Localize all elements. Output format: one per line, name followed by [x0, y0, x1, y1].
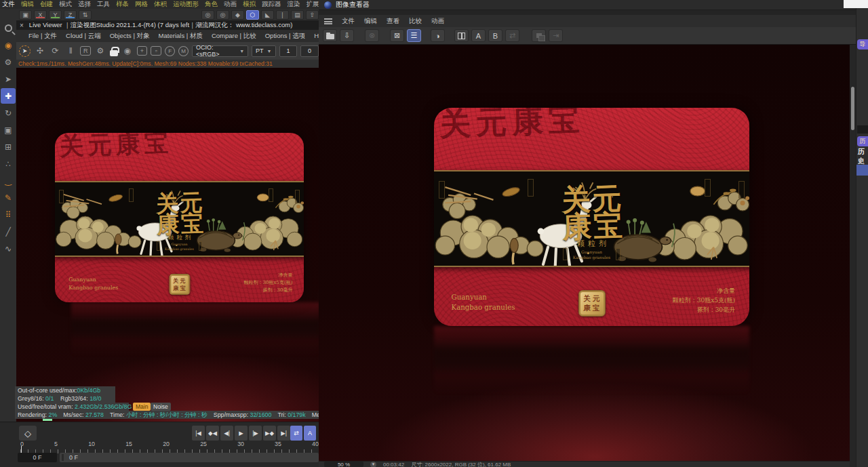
settings-gear-icon[interactable]: ⚙ — [94, 45, 106, 57]
upload-icon[interactable]: ⇧ — [306, 10, 319, 20]
menu-file[interactable]: 文件 — [2, 0, 15, 9]
history-selected-row[interactable] — [856, 165, 868, 176]
live-select-icon[interactable]: ◉ — [1, 37, 16, 53]
tab-navigation[interactable]: 导 — [857, 39, 868, 49]
restart-render-icon[interactable]: ⟳ — [50, 45, 62, 57]
scale-tool-icon[interactable]: ▣ — [1, 122, 16, 138]
save-image-icon[interactable]: ⇩ — [340, 29, 354, 42]
menu-create[interactable]: 创建 — [40, 0, 53, 9]
field-icon[interactable]: ▤ — [291, 10, 304, 20]
lock-resolution-icon[interactable] — [110, 50, 118, 56]
menu-character[interactable]: 角色 — [205, 0, 218, 9]
iv-menu-file[interactable]: 文件 — [342, 17, 355, 26]
noise-pass-button[interactable]: Noise — [151, 403, 171, 411]
cluster-tool-icon[interactable]: ∴ — [1, 156, 16, 171]
move-tool-icon[interactable]: ✚ — [1, 88, 16, 104]
lv-menu-materials[interactable]: Materials | 材质 — [159, 32, 203, 41]
image-viewer-titlebar[interactable]: 图像查看器 — [319, 0, 856, 10]
kernel-dropdown[interactable]: PT ▼ — [252, 45, 275, 57]
axis-x-lock-button[interactable]: X — [34, 10, 47, 20]
use-gpu-icon[interactable]: ☰ — [407, 29, 421, 42]
main-pass-button[interactable]: Main — [133, 403, 151, 411]
region-focus-icon[interactable]: ◉ — [121, 45, 134, 57]
iv-menu-compare[interactable]: 比较 — [409, 17, 422, 26]
autokey-button[interactable]: A — [304, 426, 316, 441]
menu-simulate[interactable]: 模拟 — [243, 0, 256, 9]
timeline-ruler[interactable]: 0 5 10 15 20 25 30 35 40 — [20, 441, 319, 447]
zoom-level-field[interactable]: 50 % — [324, 462, 363, 467]
axis-y-lock-button[interactable]: Y — [49, 10, 62, 20]
aperture-icon[interactable]: ✣ — [34, 45, 46, 57]
coord-lock-icon[interactable]: ⇅ — [79, 10, 92, 20]
menu-extensions[interactable]: 扩展 — [307, 0, 319, 9]
knife-tool-icon[interactable]: ╱ — [1, 224, 16, 239]
menu-mesh[interactable]: 网格 — [135, 0, 148, 9]
current-frame-field[interactable]: 0 F — [18, 453, 57, 462]
next-key-button[interactable]: ▶◆ — [263, 426, 276, 441]
pause-render-icon[interactable]: ‖ — [64, 45, 77, 57]
ab-compare-icon[interactable] — [454, 29, 469, 42]
menu-animate[interactable]: 动画 — [224, 0, 237, 9]
sketch-tool-icon[interactable]: ∿ — [1, 241, 16, 256]
keyframe-diamond-icon[interactable]: ◇ — [19, 426, 37, 441]
axis-z-lock-button[interactable]: Z — [64, 10, 77, 20]
render-view-icon[interactable]: ◎ — [201, 10, 214, 20]
set-b-button[interactable]: B — [488, 29, 502, 42]
cube-dark-icon[interactable]: ◆ — [231, 10, 244, 20]
play-button[interactable]: ▶ — [235, 426, 248, 441]
open-file-icon[interactable] — [323, 29, 337, 42]
add-region-icon[interactable]: + — [137, 46, 148, 56]
filter-contrast-icon[interactable]: ◑ — [431, 29, 445, 42]
menu-edit[interactable]: 编辑 — [21, 0, 34, 9]
live-viewer-titlebar[interactable]: × Live Viewer ｜渲染视图Studio 2021.1.4-(R4) … — [16, 20, 319, 30]
iv-menu-animation[interactable]: 动画 — [431, 17, 444, 26]
prev-key-button[interactable]: ◆◀ — [206, 426, 219, 441]
lv-menu-file[interactable]: File | 文件 — [28, 32, 57, 41]
gear-icon[interactable]: ⚙ — [1, 54, 16, 70]
lv-menu-options[interactable]: Options | 选项 — [265, 32, 306, 41]
tab-history[interactable]: 历 — [857, 136, 868, 146]
spline-smooth-icon[interactable]: ‿ — [1, 173, 16, 188]
menu-spline[interactable]: 样条 — [116, 0, 129, 9]
iv-menu-view[interactable]: 查看 — [387, 17, 399, 26]
menu-mode[interactable]: 模式 — [59, 0, 72, 9]
lv-menu-cloud[interactable]: Cloud | 云端 — [66, 32, 101, 41]
cube-primitive-icon[interactable]: ⬡ — [246, 10, 259, 20]
menu-mograph[interactable]: 运动图形 — [173, 0, 199, 9]
scrollbar-handle[interactable] — [851, 87, 854, 130]
close-icon[interactable]: × — [20, 22, 24, 29]
menu-render[interactable]: 渲染 — [288, 0, 300, 9]
zoom-dropdown-icon[interactable]: ▼ — [370, 462, 376, 467]
film-settings-icon[interactable]: F — [165, 46, 175, 56]
next-frame-button[interactable]: |▶ — [249, 426, 262, 441]
ocio-dropdown[interactable]: OCIO:<sRGB> ▼ — [192, 45, 248, 57]
spline-pen-icon[interactable]: ✎ — [1, 190, 16, 205]
goto-start-button[interactable]: |◀ — [192, 426, 205, 441]
menu-volume[interactable]: 体积 — [154, 0, 167, 9]
menu-tracker[interactable]: 跟踪器 — [262, 0, 281, 9]
material-picker-icon[interactable]: M — [178, 46, 189, 56]
set-a-button[interactable]: A — [471, 29, 486, 42]
menu-tools[interactable]: 工具 — [97, 0, 110, 9]
prev-frame-button[interactable]: ◀| — [220, 426, 233, 441]
film-region-icon[interactable]: ▫ — [151, 46, 161, 56]
reset-icon[interactable]: R — [80, 46, 91, 56]
menu-select[interactable]: 选择 — [78, 0, 91, 9]
workplane-icon[interactable]: ▣ — [19, 10, 32, 20]
lv-menu-objects[interactable]: Objects | 对象 — [110, 32, 150, 41]
select-arrow-icon[interactable]: ➤ — [1, 71, 16, 87]
iv-menu-edit[interactable]: 编辑 — [364, 17, 377, 26]
samples-field-2[interactable]: 0 — [300, 45, 319, 57]
goto-end-button[interactable]: ▶| — [277, 426, 290, 441]
lv-menu-compare[interactable]: Compare | 比较 — [212, 32, 256, 41]
points-tool-icon[interactable]: ⠿ — [1, 207, 16, 222]
zoom-tool-icon[interactable] — [1, 20, 16, 36]
samples-field[interactable]: 1 — [279, 45, 298, 57]
hamburger-icon[interactable] — [324, 18, 332, 24]
lv-menu-help[interactable]: Help | 帮助 — [314, 32, 319, 41]
preview-range-bar[interactable]: 0 F — [60, 453, 319, 462]
rotate-tool-icon[interactable]: ↻ — [1, 105, 16, 121]
pen-tool-icon[interactable]: ◣ — [261, 10, 274, 20]
pick-focus-icon[interactable]: ➤ — [19, 45, 31, 57]
clear-cache-icon[interactable]: ⊠ — [390, 29, 404, 42]
